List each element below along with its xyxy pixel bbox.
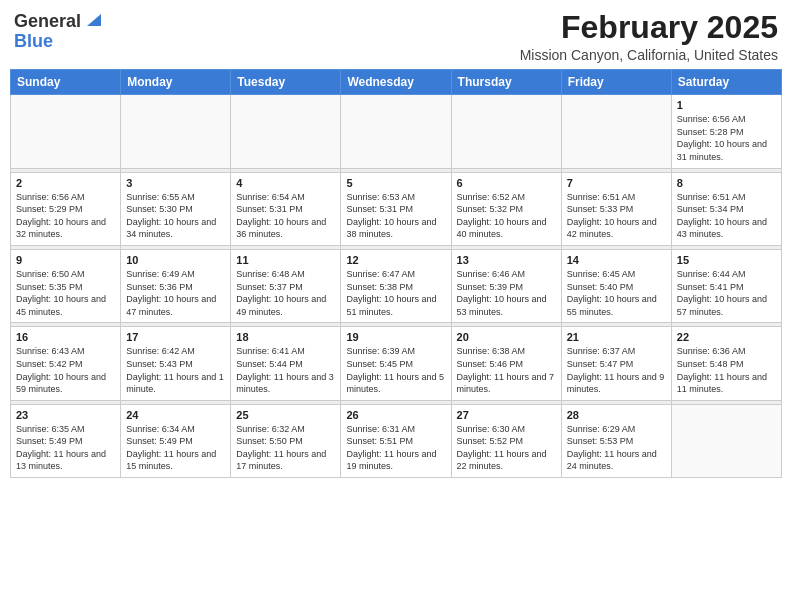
logo-general-text: General bbox=[14, 12, 81, 30]
day-info: Sunrise: 6:36 AM Sunset: 5:48 PM Dayligh… bbox=[677, 345, 776, 395]
day-number: 2 bbox=[16, 177, 115, 189]
day-number: 17 bbox=[126, 331, 225, 343]
calendar-cell: 26Sunrise: 6:31 AM Sunset: 5:51 PM Dayli… bbox=[341, 404, 451, 477]
day-number: 4 bbox=[236, 177, 335, 189]
day-info: Sunrise: 6:34 AM Sunset: 5:49 PM Dayligh… bbox=[126, 423, 225, 473]
calendar-cell: 28Sunrise: 6:29 AM Sunset: 5:53 PM Dayli… bbox=[561, 404, 671, 477]
day-info: Sunrise: 6:56 AM Sunset: 5:29 PM Dayligh… bbox=[16, 191, 115, 241]
weekday-header: Monday bbox=[121, 70, 231, 95]
day-info: Sunrise: 6:31 AM Sunset: 5:51 PM Dayligh… bbox=[346, 423, 445, 473]
day-info: Sunrise: 6:37 AM Sunset: 5:47 PM Dayligh… bbox=[567, 345, 666, 395]
calendar-cell: 20Sunrise: 6:38 AM Sunset: 5:46 PM Dayli… bbox=[451, 327, 561, 400]
calendar-cell: 7Sunrise: 6:51 AM Sunset: 5:33 PM Daylig… bbox=[561, 172, 671, 245]
month-title: February 2025 bbox=[520, 10, 778, 45]
day-number: 16 bbox=[16, 331, 115, 343]
calendar-table: SundayMondayTuesdayWednesdayThursdayFrid… bbox=[10, 69, 782, 478]
location-text: Mission Canyon, California, United State… bbox=[520, 47, 778, 63]
calendar-week-row: 2Sunrise: 6:56 AM Sunset: 5:29 PM Daylig… bbox=[11, 172, 782, 245]
calendar-cell: 8Sunrise: 6:51 AM Sunset: 5:34 PM Daylig… bbox=[671, 172, 781, 245]
day-info: Sunrise: 6:47 AM Sunset: 5:38 PM Dayligh… bbox=[346, 268, 445, 318]
calendar-cell bbox=[561, 95, 671, 168]
day-number: 18 bbox=[236, 331, 335, 343]
weekday-header: Tuesday bbox=[231, 70, 341, 95]
calendar-cell: 10Sunrise: 6:49 AM Sunset: 5:36 PM Dayli… bbox=[121, 249, 231, 322]
day-number: 8 bbox=[677, 177, 776, 189]
calendar-cell: 1Sunrise: 6:56 AM Sunset: 5:28 PM Daylig… bbox=[671, 95, 781, 168]
day-number: 25 bbox=[236, 409, 335, 421]
calendar-cell: 16Sunrise: 6:43 AM Sunset: 5:42 PM Dayli… bbox=[11, 327, 121, 400]
calendar-week-row: 1Sunrise: 6:56 AM Sunset: 5:28 PM Daylig… bbox=[11, 95, 782, 168]
calendar-cell: 18Sunrise: 6:41 AM Sunset: 5:44 PM Dayli… bbox=[231, 327, 341, 400]
calendar-cell bbox=[341, 95, 451, 168]
calendar-header-row: SundayMondayTuesdayWednesdayThursdayFrid… bbox=[11, 70, 782, 95]
calendar-week-row: 9Sunrise: 6:50 AM Sunset: 5:35 PM Daylig… bbox=[11, 249, 782, 322]
day-info: Sunrise: 6:38 AM Sunset: 5:46 PM Dayligh… bbox=[457, 345, 556, 395]
calendar-cell: 25Sunrise: 6:32 AM Sunset: 5:50 PM Dayli… bbox=[231, 404, 341, 477]
day-info: Sunrise: 6:35 AM Sunset: 5:49 PM Dayligh… bbox=[16, 423, 115, 473]
day-number: 11 bbox=[236, 254, 335, 266]
calendar-cell: 3Sunrise: 6:55 AM Sunset: 5:30 PM Daylig… bbox=[121, 172, 231, 245]
calendar-cell: 12Sunrise: 6:47 AM Sunset: 5:38 PM Dayli… bbox=[341, 249, 451, 322]
day-info: Sunrise: 6:48 AM Sunset: 5:37 PM Dayligh… bbox=[236, 268, 335, 318]
day-number: 24 bbox=[126, 409, 225, 421]
day-number: 14 bbox=[567, 254, 666, 266]
day-info: Sunrise: 6:51 AM Sunset: 5:34 PM Dayligh… bbox=[677, 191, 776, 241]
day-number: 7 bbox=[567, 177, 666, 189]
day-number: 28 bbox=[567, 409, 666, 421]
day-info: Sunrise: 6:44 AM Sunset: 5:41 PM Dayligh… bbox=[677, 268, 776, 318]
day-info: Sunrise: 6:50 AM Sunset: 5:35 PM Dayligh… bbox=[16, 268, 115, 318]
calendar-cell: 17Sunrise: 6:42 AM Sunset: 5:43 PM Dayli… bbox=[121, 327, 231, 400]
day-number: 10 bbox=[126, 254, 225, 266]
calendar-week-row: 16Sunrise: 6:43 AM Sunset: 5:42 PM Dayli… bbox=[11, 327, 782, 400]
title-block: February 2025 Mission Canyon, California… bbox=[520, 10, 778, 63]
calendar-cell bbox=[671, 404, 781, 477]
calendar-cell: 15Sunrise: 6:44 AM Sunset: 5:41 PM Dayli… bbox=[671, 249, 781, 322]
day-info: Sunrise: 6:56 AM Sunset: 5:28 PM Dayligh… bbox=[677, 113, 776, 163]
calendar-cell: 22Sunrise: 6:36 AM Sunset: 5:48 PM Dayli… bbox=[671, 327, 781, 400]
calendar-cell: 23Sunrise: 6:35 AM Sunset: 5:49 PM Dayli… bbox=[11, 404, 121, 477]
day-info: Sunrise: 6:52 AM Sunset: 5:32 PM Dayligh… bbox=[457, 191, 556, 241]
day-number: 27 bbox=[457, 409, 556, 421]
day-info: Sunrise: 6:42 AM Sunset: 5:43 PM Dayligh… bbox=[126, 345, 225, 395]
day-number: 23 bbox=[16, 409, 115, 421]
calendar-cell: 14Sunrise: 6:45 AM Sunset: 5:40 PM Dayli… bbox=[561, 249, 671, 322]
calendar-cell bbox=[121, 95, 231, 168]
day-number: 19 bbox=[346, 331, 445, 343]
day-info: Sunrise: 6:49 AM Sunset: 5:36 PM Dayligh… bbox=[126, 268, 225, 318]
day-info: Sunrise: 6:51 AM Sunset: 5:33 PM Dayligh… bbox=[567, 191, 666, 241]
weekday-header: Saturday bbox=[671, 70, 781, 95]
day-info: Sunrise: 6:43 AM Sunset: 5:42 PM Dayligh… bbox=[16, 345, 115, 395]
calendar-week-row: 23Sunrise: 6:35 AM Sunset: 5:49 PM Dayli… bbox=[11, 404, 782, 477]
logo: General Blue bbox=[14, 10, 101, 51]
calendar-cell bbox=[11, 95, 121, 168]
calendar-cell bbox=[231, 95, 341, 168]
weekday-header: Wednesday bbox=[341, 70, 451, 95]
weekday-header: Friday bbox=[561, 70, 671, 95]
weekday-header: Sunday bbox=[11, 70, 121, 95]
calendar-cell: 9Sunrise: 6:50 AM Sunset: 5:35 PM Daylig… bbox=[11, 249, 121, 322]
day-info: Sunrise: 6:39 AM Sunset: 5:45 PM Dayligh… bbox=[346, 345, 445, 395]
day-number: 21 bbox=[567, 331, 666, 343]
calendar-cell: 21Sunrise: 6:37 AM Sunset: 5:47 PM Dayli… bbox=[561, 327, 671, 400]
calendar-cell: 13Sunrise: 6:46 AM Sunset: 5:39 PM Dayli… bbox=[451, 249, 561, 322]
day-number: 6 bbox=[457, 177, 556, 189]
calendar-cell: 6Sunrise: 6:52 AM Sunset: 5:32 PM Daylig… bbox=[451, 172, 561, 245]
day-number: 13 bbox=[457, 254, 556, 266]
day-info: Sunrise: 6:32 AM Sunset: 5:50 PM Dayligh… bbox=[236, 423, 335, 473]
calendar-cell bbox=[451, 95, 561, 168]
day-number: 5 bbox=[346, 177, 445, 189]
calendar-cell: 4Sunrise: 6:54 AM Sunset: 5:31 PM Daylig… bbox=[231, 172, 341, 245]
calendar-cell: 24Sunrise: 6:34 AM Sunset: 5:49 PM Dayli… bbox=[121, 404, 231, 477]
day-number: 1 bbox=[677, 99, 776, 111]
day-number: 3 bbox=[126, 177, 225, 189]
day-number: 22 bbox=[677, 331, 776, 343]
calendar-cell: 27Sunrise: 6:30 AM Sunset: 5:52 PM Dayli… bbox=[451, 404, 561, 477]
day-info: Sunrise: 6:53 AM Sunset: 5:31 PM Dayligh… bbox=[346, 191, 445, 241]
calendar-cell: 5Sunrise: 6:53 AM Sunset: 5:31 PM Daylig… bbox=[341, 172, 451, 245]
day-info: Sunrise: 6:54 AM Sunset: 5:31 PM Dayligh… bbox=[236, 191, 335, 241]
day-info: Sunrise: 6:46 AM Sunset: 5:39 PM Dayligh… bbox=[457, 268, 556, 318]
day-number: 9 bbox=[16, 254, 115, 266]
calendar-cell: 19Sunrise: 6:39 AM Sunset: 5:45 PM Dayli… bbox=[341, 327, 451, 400]
day-info: Sunrise: 6:41 AM Sunset: 5:44 PM Dayligh… bbox=[236, 345, 335, 395]
calendar-cell: 2Sunrise: 6:56 AM Sunset: 5:29 PM Daylig… bbox=[11, 172, 121, 245]
